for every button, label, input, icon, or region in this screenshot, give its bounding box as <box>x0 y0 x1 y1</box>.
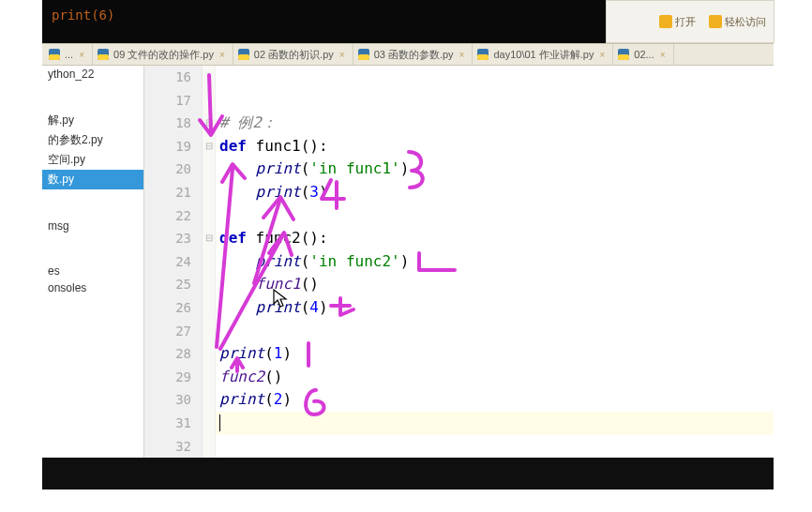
line-number: 21 <box>144 181 203 204</box>
sidebar-item[interactable]: 数.py <box>42 170 143 189</box>
code-line[interactable] <box>216 435 219 458</box>
code-line[interactable] <box>216 320 219 343</box>
line-number: 16 <box>144 66 203 89</box>
tab-label: 03 函数的参数.py <box>374 48 454 62</box>
code-line[interactable]: func2() <box>216 366 282 389</box>
bottom-bar <box>42 458 774 489</box>
line-number: 26 <box>144 296 203 320</box>
sidebar-item[interactable]: 空间.py <box>42 150 143 170</box>
ease-access-icon <box>709 15 722 28</box>
python-file-icon <box>48 48 61 61</box>
svg-rect-1 <box>49 54 60 60</box>
code-line[interactable]: print(3) <box>216 181 328 204</box>
fold-toggle <box>203 388 216 412</box>
svg-rect-9 <box>477 54 489 60</box>
line-number: 19 <box>144 135 203 158</box>
code-line[interactable]: print(2) <box>216 388 292 412</box>
code-line[interactable]: print(1) <box>216 342 292 366</box>
tab-label: ... <box>65 49 73 60</box>
tab-close-icon[interactable]: × <box>599 50 605 60</box>
code-line[interactable]: print('in func2') <box>216 250 409 274</box>
fold-toggle <box>203 181 216 204</box>
code-line[interactable]: print(4) <box>216 296 328 320</box>
overlay-text: print(6) <box>42 0 124 30</box>
fold-toggle <box>203 204 216 228</box>
fold-toggle <box>203 435 216 459</box>
editor-tab[interactable]: day10\01 作业讲解.py× <box>473 44 613 65</box>
editor-tab[interactable]: 03 函数的参数.py× <box>353 44 474 65</box>
editor-tab[interactable]: 02...× <box>613 44 673 65</box>
quick-access-item[interactable]: 轻松访问 <box>709 15 766 29</box>
text-caret <box>219 414 220 431</box>
fold-toggle <box>203 273 216 296</box>
fold-toggle <box>203 296 216 320</box>
fold-toggle <box>203 320 216 343</box>
fold-toggle[interactable]: ⊟ <box>203 135 216 158</box>
line-number: 27 <box>144 320 203 343</box>
fold-toggle <box>203 89 216 113</box>
fold-toggle <box>203 366 216 389</box>
svg-rect-11 <box>618 54 629 60</box>
svg-rect-7 <box>358 54 369 60</box>
fold-toggle[interactable]: ⊟ <box>203 227 216 250</box>
sidebar-item[interactable]: 解.py <box>42 111 143 130</box>
python-file-icon <box>237 48 250 61</box>
editor-tab[interactable]: 09 文件的改的操作.py× <box>93 44 233 65</box>
editor-tabs: ...× 09 文件的改的操作.py× 02 函数的初识.py× 03 函数的参… <box>42 43 774 66</box>
tab-close-icon[interactable]: × <box>339 50 345 60</box>
tab-close-icon[interactable]: × <box>219 50 225 60</box>
python-file-icon <box>357 48 370 61</box>
svg-rect-5 <box>238 54 249 60</box>
current-line-highlight <box>216 412 774 435</box>
code-line[interactable] <box>216 204 219 228</box>
editor-tab[interactable]: ...× <box>44 44 93 65</box>
tab-close-icon[interactable]: × <box>79 50 84 60</box>
code-line[interactable]: func1() <box>216 273 319 296</box>
code-line[interactable]: # 例2： <box>216 112 277 135</box>
python-file-icon <box>476 48 489 61</box>
root: print(6) 打开 轻松访问 ...× 09 文件的改的操作.py× 02 … <box>0 0 812 512</box>
code-line[interactable] <box>216 89 219 113</box>
line-number: 31 <box>144 412 203 435</box>
line-number: 28 <box>144 342 203 366</box>
sidebar-item[interactable]: ython_22 <box>42 66 143 83</box>
fold-column: ⊟⊟⊟ <box>203 66 216 458</box>
code-line[interactable]: def func2(): <box>216 227 328 250</box>
fold-toggle <box>203 158 216 181</box>
project-sidebar[interactable]: ython_22 解.py的参数2.py空间.py数.py msg esonso… <box>42 66 143 458</box>
tab-label: 09 文件的改的操作.py <box>113 48 214 62</box>
code-line[interactable] <box>216 412 219 435</box>
sidebar-item[interactable]: msg <box>42 218 143 234</box>
quick-access-panel: 打开 轻松访问 <box>606 0 774 43</box>
code-area[interactable]: # 例2：def func1(): print('in func1') prin… <box>216 66 774 458</box>
quick-access-label: 打开 <box>675 15 696 29</box>
sidebar-item[interactable]: 的参数2.py <box>42 130 143 150</box>
line-number: 18 <box>144 112 203 135</box>
python-file-icon <box>97 48 110 61</box>
mouse-cursor-icon <box>273 289 290 312</box>
fold-toggle <box>203 250 216 274</box>
code-editor[interactable]: 1617181920212223242526272829303132 ⊟⊟⊟ #… <box>143 66 774 458</box>
sidebar-item[interactable]: onsoles <box>42 279 143 296</box>
line-number: 22 <box>144 204 203 228</box>
fold-toggle <box>203 342 216 366</box>
code-line[interactable]: print('in func1') <box>216 158 409 181</box>
editor-tab[interactable]: 02 函数的初识.py× <box>233 44 353 65</box>
tab-label: 02... <box>634 49 654 60</box>
tab-close-icon[interactable]: × <box>660 50 666 60</box>
svg-rect-3 <box>98 54 109 60</box>
line-number: 17 <box>144 89 203 113</box>
quick-access-item[interactable]: 打开 <box>659 15 696 29</box>
folder-open-icon <box>659 15 672 28</box>
tab-close-icon[interactable]: × <box>459 50 465 60</box>
code-line[interactable] <box>216 66 219 89</box>
code-line[interactable]: def func1(): <box>216 135 328 158</box>
fold-toggle[interactable]: ⊟ <box>203 112 216 135</box>
line-number: 20 <box>144 158 203 181</box>
sidebar-item[interactable]: es <box>42 263 143 279</box>
line-gutter: 1617181920212223242526272829303132 <box>144 66 203 458</box>
line-number: 25 <box>144 273 203 296</box>
python-file-icon <box>617 48 630 61</box>
line-number: 30 <box>144 388 203 412</box>
fold-toggle <box>203 66 216 89</box>
